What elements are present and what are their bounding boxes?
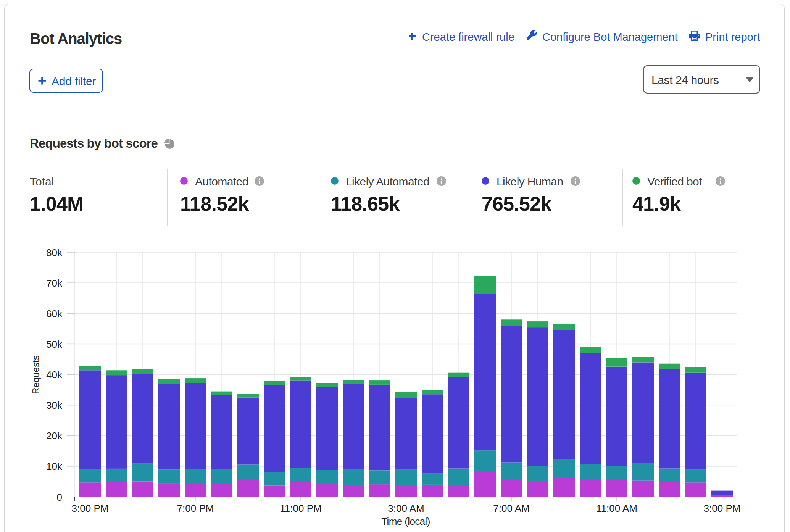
svg-text:3:00 PM: 3:00 PM bbox=[704, 503, 741, 514]
svg-text:10k: 10k bbox=[46, 461, 63, 472]
svg-text:7:00 AM: 7:00 AM bbox=[493, 503, 529, 514]
svg-text:50k: 50k bbox=[46, 339, 63, 350]
svg-text:40k: 40k bbox=[46, 369, 63, 380]
svg-text:0: 0 bbox=[57, 492, 62, 503]
svg-text:20k: 20k bbox=[46, 430, 63, 442]
svg-text:11:00 AM: 11:00 AM bbox=[596, 503, 637, 514]
svg-text:3:00 AM: 3:00 AM bbox=[388, 503, 424, 514]
svg-text:11:00 PM: 11:00 PM bbox=[280, 503, 321, 514]
svg-text:7:00 PM: 7:00 PM bbox=[177, 503, 214, 514]
svg-text:70k: 70k bbox=[46, 277, 63, 289]
svg-text:Time (local): Time (local) bbox=[381, 516, 430, 527]
svg-text:80k: 80k bbox=[46, 247, 63, 258]
svg-text:30k: 30k bbox=[46, 400, 63, 411]
svg-text:Requests: Requests bbox=[31, 355, 41, 394]
svg-text:60k: 60k bbox=[46, 308, 63, 319]
svg-text:3:00 PM: 3:00 PM bbox=[72, 503, 109, 514]
